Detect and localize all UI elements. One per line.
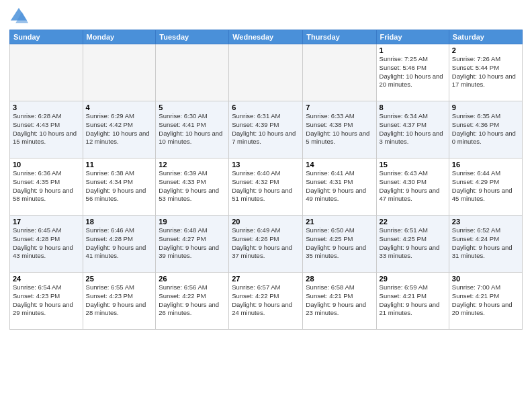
day-number: 12 (159, 161, 226, 169)
calendar-cell: 10Sunrise: 6:36 AMSunset: 4:35 PMDayligh… (10, 158, 83, 216)
day-number: 28 (306, 275, 373, 283)
weekday-header-thursday: Thursday (303, 30, 376, 44)
calendar-week-row: 17Sunrise: 6:45 AMSunset: 4:28 PMDayligh… (10, 216, 523, 273)
calendar-cell: 1Sunrise: 7:25 AMSunset: 5:46 PMDaylight… (376, 44, 449, 101)
day-number: 29 (380, 275, 446, 283)
day-number: 5 (159, 103, 226, 111)
calendar-cell: 27Sunrise: 6:57 AMSunset: 4:22 PMDayligh… (229, 273, 303, 330)
day-number: 20 (232, 218, 300, 226)
day-info: Sunrise: 6:35 AMSunset: 4:36 PMDaylight:… (452, 112, 519, 146)
calendar-cell: 18Sunrise: 6:46 AMSunset: 4:28 PMDayligh… (83, 216, 156, 273)
calendar-cell: 15Sunrise: 6:43 AMSunset: 4:30 PMDayligh… (376, 158, 449, 216)
day-info: Sunrise: 6:55 AMSunset: 4:23 PMDaylight:… (86, 283, 153, 318)
day-info: Sunrise: 6:44 AMSunset: 4:29 PMDaylight:… (452, 169, 519, 203)
calendar-cell: 29Sunrise: 6:59 AMSunset: 4:21 PMDayligh… (376, 273, 449, 330)
day-info: Sunrise: 6:48 AMSunset: 4:27 PMDaylight:… (159, 226, 226, 261)
day-number: 6 (232, 103, 300, 111)
calendar-cell: 7Sunrise: 6:33 AMSunset: 4:38 PMDaylight… (303, 101, 376, 158)
calendar-cell: 14Sunrise: 6:41 AMSunset: 4:31 PMDayligh… (303, 158, 376, 216)
calendar-cell: 4Sunrise: 6:29 AMSunset: 4:42 PMDaylight… (83, 101, 156, 158)
day-info: Sunrise: 6:59 AMSunset: 4:21 PMDaylight:… (380, 283, 446, 318)
calendar-cell (83, 44, 156, 101)
calendar-table: SundayMondayTuesdayWednesdayThursdayFrid… (9, 30, 523, 330)
day-info: Sunrise: 6:58 AMSunset: 4:21 PMDaylight:… (306, 283, 373, 318)
calendar-cell: 3Sunrise: 6:28 AMSunset: 4:43 PMDaylight… (10, 101, 83, 158)
calendar-cell: 12Sunrise: 6:39 AMSunset: 4:33 PMDayligh… (156, 158, 229, 216)
day-info: Sunrise: 7:26 AMSunset: 5:44 PMDaylight:… (452, 55, 519, 89)
day-info: Sunrise: 6:40 AMSunset: 4:32 PMDaylight:… (232, 169, 300, 203)
logo-icon (9, 7, 28, 26)
day-number: 19 (159, 218, 226, 226)
day-info: Sunrise: 7:00 AMSunset: 4:21 PMDaylight:… (452, 283, 519, 318)
day-number: 1 (380, 46, 446, 54)
calendar-week-row: 24Sunrise: 6:54 AMSunset: 4:23 PMDayligh… (10, 273, 523, 330)
day-info: Sunrise: 6:38 AMSunset: 4:34 PMDaylight:… (86, 169, 153, 203)
day-info: Sunrise: 6:52 AMSunset: 4:24 PMDaylight:… (452, 226, 519, 261)
calendar-cell: 16Sunrise: 6:44 AMSunset: 4:29 PMDayligh… (449, 158, 522, 216)
calendar-cell: 9Sunrise: 6:35 AMSunset: 4:36 PMDaylight… (449, 101, 522, 158)
day-number: 15 (380, 161, 446, 169)
weekday-header-monday: Monday (83, 30, 156, 44)
calendar-cell: 5Sunrise: 6:30 AMSunset: 4:41 PMDaylight… (156, 101, 229, 158)
calendar-cell (156, 44, 229, 101)
day-number: 18 (86, 218, 153, 226)
day-info: Sunrise: 6:51 AMSunset: 4:25 PMDaylight:… (380, 226, 446, 261)
calendar-cell: 23Sunrise: 6:52 AMSunset: 4:24 PMDayligh… (449, 216, 522, 273)
calendar-cell: 25Sunrise: 6:55 AMSunset: 4:23 PMDayligh… (83, 273, 156, 330)
calendar-cell: 26Sunrise: 6:56 AMSunset: 4:22 PMDayligh… (156, 273, 229, 330)
calendar-cell: 28Sunrise: 6:58 AMSunset: 4:21 PMDayligh… (303, 273, 376, 330)
day-info: Sunrise: 6:46 AMSunset: 4:28 PMDaylight:… (86, 226, 153, 261)
weekday-header-friday: Friday (376, 30, 449, 44)
calendar-cell: 13Sunrise: 6:40 AMSunset: 4:32 PMDayligh… (229, 158, 303, 216)
day-info: Sunrise: 6:39 AMSunset: 4:33 PMDaylight:… (159, 169, 226, 203)
day-number: 17 (13, 218, 80, 226)
day-number: 27 (232, 275, 300, 283)
day-info: Sunrise: 6:34 AMSunset: 4:37 PMDaylight:… (380, 112, 446, 146)
weekday-header-sunday: Sunday (10, 30, 83, 44)
calendar-cell (10, 44, 83, 101)
day-info: Sunrise: 6:43 AMSunset: 4:30 PMDaylight:… (380, 169, 446, 203)
calendar-cell: 22Sunrise: 6:51 AMSunset: 4:25 PMDayligh… (376, 216, 449, 273)
day-number: 10 (13, 161, 80, 169)
calendar-week-row: 1Sunrise: 7:25 AMSunset: 5:46 PMDaylight… (10, 44, 523, 101)
day-number: 25 (86, 275, 153, 283)
day-number: 2 (452, 46, 519, 54)
calendar-cell: 8Sunrise: 6:34 AMSunset: 4:37 PMDaylight… (376, 101, 449, 158)
calendar-cell: 24Sunrise: 6:54 AMSunset: 4:23 PMDayligh… (10, 273, 83, 330)
day-number: 21 (306, 218, 373, 226)
day-info: Sunrise: 7:25 AMSunset: 5:46 PMDaylight:… (380, 55, 446, 89)
logo (9, 7, 31, 26)
day-info: Sunrise: 6:33 AMSunset: 4:38 PMDaylight:… (306, 112, 373, 146)
day-number: 24 (13, 275, 80, 283)
day-info: Sunrise: 6:36 AMSunset: 4:35 PMDaylight:… (13, 169, 80, 203)
day-info: Sunrise: 6:29 AMSunset: 4:42 PMDaylight:… (86, 112, 153, 146)
day-number: 9 (452, 103, 519, 111)
calendar-cell: 21Sunrise: 6:50 AMSunset: 4:25 PMDayligh… (303, 216, 376, 273)
weekday-header-row: SundayMondayTuesdayWednesdayThursdayFrid… (10, 30, 523, 44)
day-info: Sunrise: 6:54 AMSunset: 4:23 PMDaylight:… (13, 283, 80, 318)
day-number: 26 (159, 275, 226, 283)
calendar-week-row: 10Sunrise: 6:36 AMSunset: 4:35 PMDayligh… (10, 158, 523, 216)
calendar-week-row: 3Sunrise: 6:28 AMSunset: 4:43 PMDaylight… (10, 101, 523, 158)
day-number: 23 (452, 218, 519, 226)
calendar-cell: 19Sunrise: 6:48 AMSunset: 4:27 PMDayligh… (156, 216, 229, 273)
header (9, 7, 523, 26)
day-info: Sunrise: 6:56 AMSunset: 4:22 PMDaylight:… (159, 283, 226, 318)
day-info: Sunrise: 6:49 AMSunset: 4:26 PMDaylight:… (232, 226, 300, 261)
day-number: 7 (306, 103, 373, 111)
day-number: 22 (380, 218, 446, 226)
day-number: 11 (86, 161, 153, 169)
calendar-cell: 20Sunrise: 6:49 AMSunset: 4:26 PMDayligh… (229, 216, 303, 273)
calendar-cell: 2Sunrise: 7:26 AMSunset: 5:44 PMDaylight… (449, 44, 522, 101)
page: SundayMondayTuesdayWednesdayThursdayFrid… (0, 0, 532, 411)
day-info: Sunrise: 6:41 AMSunset: 4:31 PMDaylight:… (306, 169, 373, 203)
calendar-cell: 11Sunrise: 6:38 AMSunset: 4:34 PMDayligh… (83, 158, 156, 216)
calendar-cell (303, 44, 376, 101)
calendar-cell: 6Sunrise: 6:31 AMSunset: 4:39 PMDaylight… (229, 101, 303, 158)
day-number: 4 (86, 103, 153, 111)
day-number: 30 (452, 275, 519, 283)
day-info: Sunrise: 6:28 AMSunset: 4:43 PMDaylight:… (13, 112, 80, 146)
calendar-cell: 30Sunrise: 7:00 AMSunset: 4:21 PMDayligh… (449, 273, 522, 330)
weekday-header-wednesday: Wednesday (229, 30, 303, 44)
weekday-header-tuesday: Tuesday (156, 30, 229, 44)
